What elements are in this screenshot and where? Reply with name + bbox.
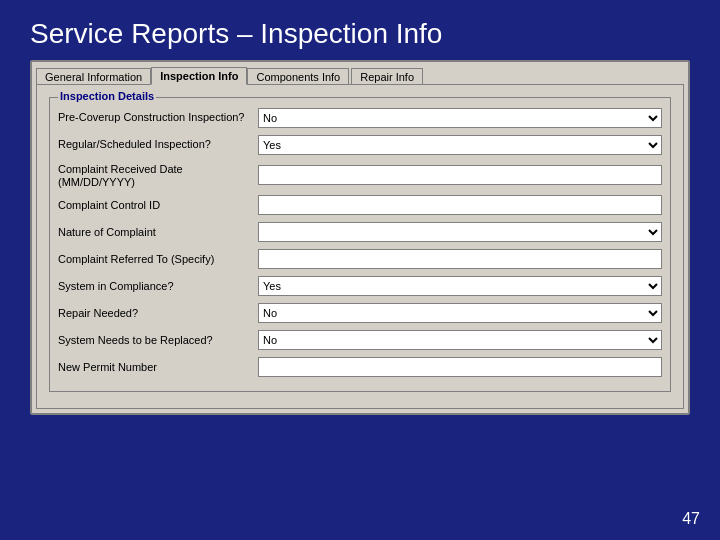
field-label-5: Complaint Referred To (Specify) bbox=[58, 253, 258, 266]
field-label-0: Pre-Coverup Construction Inspection? bbox=[58, 111, 258, 124]
field-row-3: Complaint Control ID bbox=[58, 194, 662, 216]
tab-inspection-info[interactable]: Inspection Info bbox=[151, 67, 247, 85]
group-box-title: Inspection Details bbox=[58, 90, 156, 102]
page-title: Service Reports – Inspection Info bbox=[0, 0, 720, 60]
field-input-9[interactable] bbox=[258, 357, 662, 377]
field-row-2: Complaint Received Date(MM/DD/YYYY) bbox=[58, 161, 662, 189]
field-row-4: Nature of Complaint bbox=[58, 221, 662, 243]
field-row-7: Repair Needed? No Yes bbox=[58, 302, 662, 324]
tab-content: Inspection Details Pre-Coverup Construct… bbox=[36, 84, 684, 409]
field-select-8[interactable]: No Yes bbox=[258, 330, 662, 350]
tab-bar: General Information Inspection Info Comp… bbox=[36, 66, 684, 84]
tab-general-information[interactable]: General Information bbox=[36, 68, 151, 85]
field-label-8: System Needs to be Replaced? bbox=[58, 334, 258, 347]
tab-components-info[interactable]: Components Info bbox=[247, 68, 349, 85]
field-row-5: Complaint Referred To (Specify) bbox=[58, 248, 662, 270]
field-label-6: System in Compliance? bbox=[58, 280, 258, 293]
field-row-1: Regular/Scheduled Inspection? Yes No bbox=[58, 134, 662, 156]
field-row-9: New Permit Number bbox=[58, 356, 662, 378]
field-label-7: Repair Needed? bbox=[58, 307, 258, 320]
field-row-8: System Needs to be Replaced? No Yes bbox=[58, 329, 662, 351]
field-input-5[interactable] bbox=[258, 249, 662, 269]
field-label-2: Complaint Received Date(MM/DD/YYYY) bbox=[58, 163, 258, 189]
field-select-6[interactable]: Yes No bbox=[258, 276, 662, 296]
main-panel: General Information Inspection Info Comp… bbox=[30, 60, 690, 415]
tab-repair-info[interactable]: Repair Info bbox=[351, 68, 423, 85]
field-label-1: Regular/Scheduled Inspection? bbox=[58, 138, 258, 151]
field-row-6: System in Compliance? Yes No bbox=[58, 275, 662, 297]
field-input-3[interactable] bbox=[258, 195, 662, 215]
field-label-3: Complaint Control ID bbox=[58, 199, 258, 212]
field-select-7[interactable]: No Yes bbox=[258, 303, 662, 323]
field-select-4[interactable] bbox=[258, 222, 662, 242]
field-input-2[interactable] bbox=[258, 165, 662, 185]
field-select-1[interactable]: Yes No bbox=[258, 135, 662, 155]
field-label-4: Nature of Complaint bbox=[58, 226, 258, 239]
field-label-9: New Permit Number bbox=[58, 361, 258, 374]
page-number: 47 bbox=[682, 510, 700, 528]
field-select-0[interactable]: No Yes bbox=[258, 108, 662, 128]
field-row-0: Pre-Coverup Construction Inspection? No … bbox=[58, 107, 662, 129]
inspection-details-group: Inspection Details Pre-Coverup Construct… bbox=[49, 97, 671, 392]
